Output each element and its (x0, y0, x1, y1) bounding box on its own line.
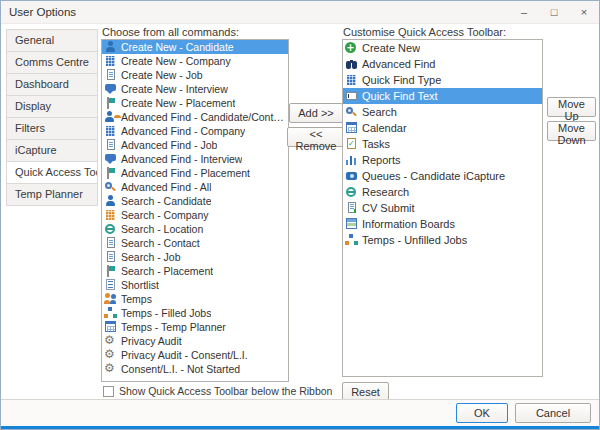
list-item[interactable]: Privacy Audit (102, 334, 288, 348)
person-icon (104, 195, 117, 207)
sidebar-tab-display[interactable]: Display (6, 95, 98, 118)
show-qat-below-ribbon-row[interactable]: Show Quick Access Toolbar below the Ribb… (103, 385, 332, 397)
list-item[interactable]: Search - Location (102, 222, 288, 236)
list-item-label: Calendar (362, 122, 407, 134)
list-item[interactable]: Advanced Find - Company (102, 124, 288, 138)
toolbar-list-label: Customise Quick Access Toolbar: (343, 26, 506, 38)
list-item[interactable]: Shortlist (102, 278, 288, 292)
building-icon (345, 74, 358, 86)
list-item-label: Search - Job (121, 251, 181, 263)
list-item-label: Temps (121, 293, 152, 305)
remove-button[interactable]: << Remove (287, 127, 346, 147)
list-item[interactable]: Consent/L.I. - Not Started (102, 362, 288, 376)
cancel-button[interactable]: Cancel (515, 403, 591, 423)
list-item-label: Research (362, 186, 409, 198)
camera-icon (345, 170, 358, 182)
list-item[interactable]: Privacy Audit - Consent/L.I. (102, 348, 288, 362)
titlebar[interactable]: User Options – □ × (1, 1, 599, 24)
list-item[interactable]: Create New (343, 40, 542, 56)
sidebar-tab-dashboard[interactable]: Dashboard (6, 73, 98, 96)
minimize-icon[interactable]: – (509, 1, 539, 23)
ok-button[interactable]: OK (456, 403, 508, 423)
building-icon (104, 55, 117, 67)
show-qat-below-ribbon-label: Show Quick Access Toolbar below the Ribb… (119, 385, 332, 397)
sidebar-tab-icapture[interactable]: iCapture (6, 139, 98, 162)
list-item[interactable]: Search - Candidate (102, 194, 288, 208)
sidebar-tab-quick-access-toolbar[interactable]: Quick Access Toolbar (6, 161, 98, 184)
show-qat-below-ribbon-checkbox[interactable] (103, 386, 114, 397)
all-commands-list[interactable]: Create New - CandidateCreate New - Compa… (101, 39, 289, 382)
list-item[interactable]: Create New - Company (102, 54, 288, 68)
move-up-button[interactable]: Move Up (547, 97, 596, 117)
list-item-label: Search (362, 106, 397, 118)
list-item[interactable]: Search (343, 104, 542, 120)
move-down-button[interactable]: Move Down (547, 121, 596, 141)
gear-icon (104, 349, 117, 361)
list-item[interactable]: CV Submit (343, 200, 542, 216)
list-item[interactable]: Search - Company (102, 208, 288, 222)
search-icon (345, 106, 358, 118)
window-accent-bar (1, 426, 599, 429)
list-item-label: Advanced Find - Placement (121, 167, 250, 179)
list-item[interactable]: Search - Placement (102, 264, 288, 278)
sidebar-tab-general[interactable]: General (6, 29, 98, 52)
sidebar-tab-temp-planner[interactable]: Temp Planner (6, 183, 98, 206)
list-item[interactable]: Reports (343, 152, 542, 168)
list-item[interactable]: Create New - Placement (102, 96, 288, 110)
list-item[interactable]: Queues - Candidate iCapture (343, 168, 542, 184)
list-item-label: Advanced Find - Job (121, 139, 217, 151)
sidebar-tab-filters[interactable]: Filters (6, 117, 98, 140)
list-item-label: Reports (362, 154, 401, 166)
list-item-label: Search - Contact (121, 237, 200, 249)
user-options-window: User Options – □ × GeneralComms CentreDa… (0, 0, 600, 430)
list-item[interactable]: Search - Job (102, 250, 288, 264)
flag-icon (104, 167, 117, 179)
list-item[interactable]: Create New - Candidate (102, 40, 288, 54)
list-item[interactable]: Create New - Interview (102, 82, 288, 96)
list-item[interactable]: Search - Contact (102, 236, 288, 250)
building-icon (104, 125, 117, 137)
list-item[interactable]: Temps - Unfilled Jobs (343, 232, 542, 248)
add-button[interactable]: Add >> (289, 103, 342, 123)
list-item-label: Privacy Audit - Consent/L.I. (121, 349, 248, 361)
list-item-label: Advanced Find (362, 58, 435, 70)
list-item-label: Search - Location (121, 223, 203, 235)
list-item[interactable]: Temps (102, 292, 288, 306)
people-icon (104, 293, 117, 305)
plus-icon (345, 42, 358, 54)
chart-icon (345, 154, 358, 166)
list-item[interactable]: Advanced Find - Candidate/Contact (102, 110, 288, 124)
sidebar-tabs: GeneralComms CentreDashboardDisplayFilte… (6, 29, 98, 206)
binoculars-icon (345, 58, 358, 70)
list-item[interactable]: Temps - Filled Jobs (102, 306, 288, 320)
maximize-icon[interactable]: □ (539, 1, 569, 23)
list-item[interactable]: Create New - Job (102, 68, 288, 82)
list-item[interactable]: Information Boards (343, 216, 542, 232)
list-item-label: Advanced Find - Company (121, 125, 245, 137)
list-item-label: Advanced Find - All (121, 181, 211, 193)
list-item[interactable]: Quick Find Text (343, 88, 542, 104)
building-orange-icon (104, 209, 117, 221)
list-item[interactable]: Advanced Find - All (102, 180, 288, 194)
list-item-label: Temps - Unfilled Jobs (362, 234, 467, 246)
list-item[interactable]: Advanced Find - Interview (102, 152, 288, 166)
list-item[interactable]: Temps - Temp Planner (102, 320, 288, 334)
list-item[interactable]: Research (343, 184, 542, 200)
cv-icon (345, 202, 358, 214)
list-item-label: Quick Find Type (362, 74, 441, 86)
globe-icon (345, 186, 358, 198)
list-item[interactable]: Quick Find Type (343, 72, 542, 88)
list-item[interactable]: Advanced Find - Placement (102, 166, 288, 180)
list-item[interactable]: Advanced Find - Job (102, 138, 288, 152)
close-icon[interactable]: × (569, 1, 599, 23)
transfer-buttons: Add >> << Remove (287, 103, 345, 147)
list-item[interactable]: Tasks (343, 136, 542, 152)
list-item-label: Temps - Temp Planner (121, 321, 226, 333)
list-item[interactable]: Calendar (343, 120, 542, 136)
list-item[interactable]: Advanced Find (343, 56, 542, 72)
tree-icon (104, 307, 117, 319)
bubble-icon (104, 153, 117, 165)
doc-icon (104, 237, 117, 249)
quick-access-toolbar-list[interactable]: Create NewAdvanced FindQuick Find TypeQu… (342, 39, 543, 377)
sidebar-tab-comms-centre[interactable]: Comms Centre (6, 51, 98, 74)
